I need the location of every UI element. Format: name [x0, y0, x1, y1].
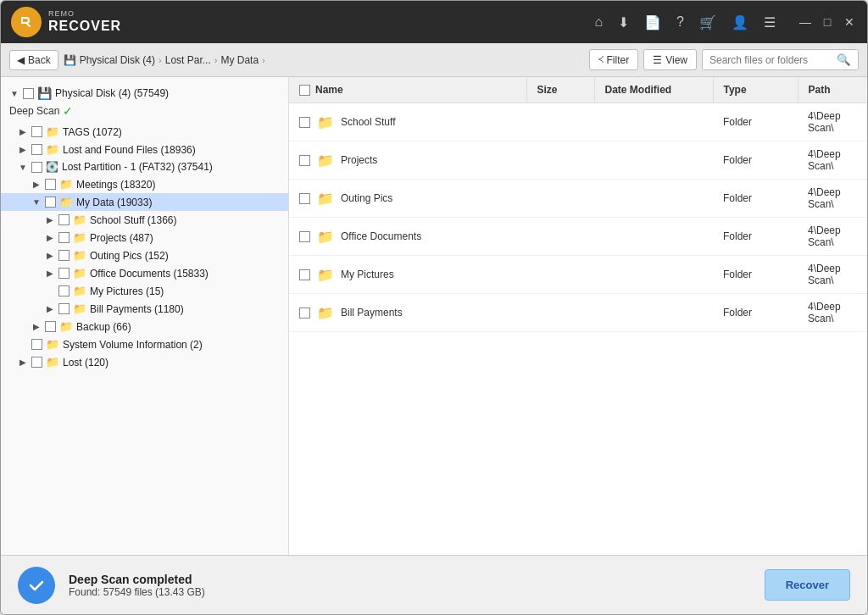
sidebar-item-office-docs[interactable]: ▶ 📁 Office Documents (15833)	[1, 264, 288, 282]
system-volume-folder-icon: 📁	[46, 338, 59, 351]
bill-payments-expander[interactable]: ▶	[45, 304, 55, 314]
home-icon[interactable]: ⌂	[594, 14, 603, 30]
office-docs-checkbox[interactable]	[58, 268, 70, 279]
file-path-3: 4\Deep Scan\	[798, 218, 867, 256]
minimize-button[interactable]: —	[798, 14, 813, 30]
file-folder-icon-0: 📁	[317, 114, 334, 130]
search-input[interactable]	[703, 51, 830, 69]
filter-button[interactable]: ⧼ Filter	[589, 49, 639, 70]
file-folder-icon-5: 📁	[317, 305, 334, 321]
my-data-folder-icon: 📁	[59, 196, 73, 208]
my-data-expander[interactable]: ▼	[31, 197, 42, 208]
bill-payments-folder-icon: 📁	[73, 302, 86, 315]
sidebar-item-backup[interactable]: ▶ 📁 Backup (66)	[1, 318, 288, 335]
help-icon[interactable]: ?	[676, 14, 684, 30]
outing-pics-expander[interactable]: ▶	[45, 251, 55, 261]
maximize-button[interactable]: □	[820, 14, 835, 30]
row-checkbox-1[interactable]	[299, 155, 310, 166]
lost-label: Lost (120)	[63, 357, 108, 368]
lost-checkbox[interactable]	[31, 357, 42, 368]
sidebar-item-lost-found[interactable]: ▶ 📁 Lost and Found Files (18936)	[1, 141, 288, 158]
back-arrow-icon: ◀	[17, 54, 25, 66]
breadcrumb-item-disk[interactable]: Physical Disk (4)	[80, 54, 155, 66]
lost-folder-icon: 📁	[46, 356, 59, 368]
download-icon[interactable]: ⬇	[618, 14, 629, 30]
outing-pics-checkbox[interactable]	[58, 250, 70, 261]
school-stuff-expander[interactable]: ▶	[45, 215, 55, 225]
lost-found-expander[interactable]: ▶	[18, 145, 28, 155]
row-checkbox-5[interactable]	[299, 308, 310, 319]
sidebar-item-my-pictures[interactable]: ▶ 📁 My Pictures (15)	[1, 282, 288, 300]
file-type-3: Folder	[713, 218, 798, 256]
file-date-2	[594, 180, 713, 218]
sidebar-item-bill-payments[interactable]: ▶ 📁 Bill Payments (1180)	[1, 300, 288, 318]
file-name-cell: 📁 Office Documents	[289, 218, 526, 256]
projects-label: Projects (487)	[90, 232, 153, 244]
tags-checkbox[interactable]	[31, 126, 42, 137]
row-checkbox-2[interactable]	[299, 193, 310, 204]
backup-expander[interactable]: ▶	[31, 322, 42, 332]
lost-found-folder-icon: 📁	[46, 143, 59, 156]
office-docs-expander[interactable]: ▶	[45, 269, 55, 279]
table-row: 📁 Outing Pics Folder 4\Deep Scan\	[289, 180, 867, 218]
projects-checkbox[interactable]	[58, 232, 70, 243]
bill-payments-checkbox[interactable]	[58, 303, 70, 314]
breadcrumb: 💾 Physical Disk (4) › Lost Par... › My D…	[64, 54, 584, 66]
file-path-2: 4\Deep Scan\	[798, 180, 867, 218]
meetings-expander[interactable]: ▶	[31, 180, 42, 190]
breadcrumb-bar: ◀ Back 💾 Physical Disk (4) › Lost Par...…	[1, 43, 867, 77]
office-docs-label: Office Documents (15833)	[90, 268, 209, 280]
back-button[interactable]: ◀ Back	[9, 50, 58, 70]
lost-found-label: Lost and Found Files (18936)	[63, 144, 196, 156]
sidebar-root-item[interactable]: ▼ 💾 Physical Disk (4) (57549)	[1, 84, 288, 102]
breadcrumb-item-partition[interactable]: Lost Par...	[165, 54, 211, 66]
backup-checkbox[interactable]	[45, 321, 56, 332]
lost-partition-checkbox[interactable]	[31, 162, 42, 173]
lost-partition-expander[interactable]: ▼	[18, 162, 28, 172]
title-bar-left: remo RECOVER	[11, 7, 121, 37]
sidebar-item-outing-pics[interactable]: ▶ 📁 Outing Pics (152)	[1, 247, 288, 264]
breadcrumb-sep-2: ›	[214, 55, 218, 65]
row-checkbox-0[interactable]	[299, 117, 310, 128]
row-checkbox-4[interactable]	[299, 269, 310, 280]
school-stuff-folder-icon: 📁	[73, 213, 86, 226]
search-button[interactable]: 🔍	[830, 50, 858, 69]
sidebar-item-tags[interactable]: ▶ 📁 TAGS (1072)	[1, 123, 288, 141]
projects-expander[interactable]: ▶	[45, 233, 55, 243]
file-name-cell: 📁 My Pictures	[289, 256, 526, 294]
file-name-0: School Stuff	[341, 116, 396, 128]
my-pictures-checkbox[interactable]	[58, 285, 70, 296]
file-size-2	[526, 180, 594, 218]
root-checkbox[interactable]	[23, 88, 34, 99]
sidebar-item-lost-partition[interactable]: ▼ 💽 Lost Partition - 1 (FAT32) (37541)	[1, 158, 288, 175]
view-button[interactable]: ☰ View	[643, 49, 697, 70]
file-name-cell: 📁 Outing Pics	[289, 180, 526, 218]
sidebar-item-school-stuff[interactable]: ▶ 📁 School Stuff (1366)	[1, 211, 288, 229]
sidebar-item-system-volume[interactable]: ▶ 📁 System Volume Information (2)	[1, 335, 288, 353]
meetings-checkbox[interactable]	[45, 179, 56, 190]
my-data-checkbox[interactable]	[45, 197, 56, 208]
lost-expander[interactable]: ▶	[18, 357, 28, 368]
row-checkbox-3[interactable]	[299, 231, 310, 242]
file-name-3: Office Documents	[341, 230, 421, 242]
file-row-name: 📁 Bill Payments	[299, 305, 516, 321]
tags-expander[interactable]: ▶	[18, 127, 28, 137]
school-stuff-checkbox[interactable]	[58, 214, 70, 225]
logo-icon	[17, 13, 36, 31]
document-icon[interactable]: 📄	[644, 14, 661, 30]
breadcrumb-item-mydata[interactable]: My Data	[220, 54, 259, 66]
root-expander[interactable]: ▼	[9, 88, 19, 98]
close-button[interactable]: ✕	[842, 14, 857, 30]
sidebar-item-meetings[interactable]: ▶ 📁 Meetings (18320)	[1, 175, 288, 193]
sidebar-item-lost[interactable]: ▶ 📁 Lost (120)	[1, 353, 288, 371]
sidebar-item-my-data[interactable]: ▼ 📁 My Data (19033)	[1, 193, 288, 211]
system-volume-checkbox[interactable]	[31, 339, 42, 350]
menu-icon[interactable]: ☰	[764, 14, 776, 30]
lost-found-checkbox[interactable]	[31, 144, 42, 155]
recover-button[interactable]: Recover	[765, 569, 850, 601]
user-icon[interactable]: 👤	[732, 14, 748, 30]
system-volume-label: System Volume Information (2)	[63, 339, 203, 351]
select-all-checkbox[interactable]	[299, 85, 310, 96]
sidebar-item-projects[interactable]: ▶ 📁 Projects (487)	[1, 229, 288, 247]
cart-icon[interactable]: 🛒	[699, 14, 716, 30]
